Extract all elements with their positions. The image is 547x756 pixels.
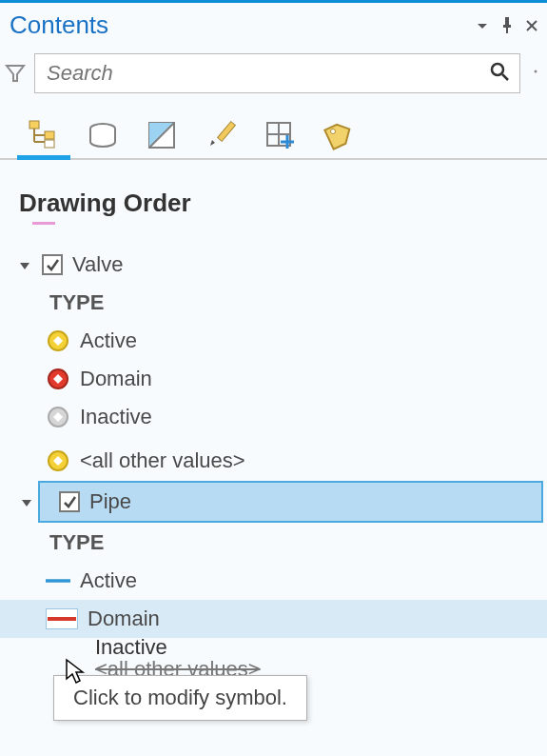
svg-marker-21 xyxy=(210,140,215,146)
point-symbol-yellow-icon[interactable] xyxy=(46,328,70,353)
view-tabs xyxy=(0,109,547,160)
list-by-selection-tab[interactable] xyxy=(139,112,185,158)
class-label: Domain xyxy=(88,607,539,631)
layer-visibility-checkbox[interactable] xyxy=(42,254,63,275)
svg-marker-34 xyxy=(22,500,31,507)
section-heading: Drawing Order xyxy=(0,160,547,222)
svg-line-8 xyxy=(502,74,508,80)
tooltip: Click to modify symbol. xyxy=(53,675,307,721)
symbol-class-inactive[interactable]: I‌‌‌n‌a‌c‌t‌i‌v‌e xyxy=(0,638,547,657)
class-label: Domain xyxy=(80,367,539,391)
search-box[interactable] xyxy=(34,53,520,93)
search-input[interactable] xyxy=(45,60,489,87)
symbology-field-heading[interactable]: TYPE xyxy=(0,524,547,562)
svg-rect-3 xyxy=(506,28,508,33)
symbol-class-active[interactable]: Active xyxy=(0,322,547,360)
layer-tree: Valve TYPE Active Domain Inactive xyxy=(0,246,547,682)
panel-options-button[interactable] xyxy=(473,16,492,35)
panel-titlebar: Contents xyxy=(0,3,547,53)
svg-rect-24 xyxy=(267,134,279,146)
svg-point-28 xyxy=(331,129,336,134)
line-symbol-blue-icon[interactable] xyxy=(46,568,70,593)
symbology-field-heading[interactable]: TYPE xyxy=(0,284,547,322)
point-symbol-red-icon[interactable] xyxy=(46,367,70,391)
filter-icon[interactable] xyxy=(4,62,27,85)
symbol-class-other[interactable]: <all other values> xyxy=(0,442,547,480)
drawing-order-tab[interactable] xyxy=(21,112,67,158)
symbol-class-active[interactable]: Active xyxy=(0,562,547,600)
search-dropdown-button[interactable] xyxy=(528,64,543,83)
class-label: <all other values> xyxy=(80,448,539,473)
layer-item-valve[interactable]: Valve xyxy=(0,246,547,284)
svg-rect-10 xyxy=(29,121,39,129)
point-symbol-yellow-icon[interactable] xyxy=(46,448,70,473)
svg-rect-20 xyxy=(218,122,236,142)
svg-rect-1 xyxy=(505,17,509,25)
svg-rect-2 xyxy=(503,25,511,28)
list-by-snapping-tab[interactable] xyxy=(257,112,303,158)
svg-marker-29 xyxy=(20,263,29,269)
list-by-labeling-tab[interactable] xyxy=(316,112,361,158)
expand-toggle[interactable] xyxy=(19,252,32,277)
svg-point-9 xyxy=(535,70,537,73)
svg-rect-23 xyxy=(279,123,290,134)
panel-title: Contents xyxy=(10,10,108,40)
svg-rect-15 xyxy=(45,140,54,148)
line-symbol-red-icon[interactable] xyxy=(46,608,78,629)
class-label: Inactive xyxy=(80,405,539,429)
layer-label: Valve xyxy=(72,252,539,277)
symbol-class-inactive[interactable]: Inactive xyxy=(0,398,547,436)
svg-rect-13 xyxy=(45,131,54,139)
symbol-class-domain[interactable]: Domain xyxy=(0,360,547,398)
svg-point-7 xyxy=(492,64,503,75)
list-by-editing-tab[interactable] xyxy=(198,112,244,158)
class-label: Active xyxy=(80,568,539,593)
expand-toggle[interactable] xyxy=(21,489,34,514)
layer-item-pipe[interactable]: Pipe xyxy=(38,481,543,523)
layer-label: Pipe xyxy=(89,489,534,514)
search-icon[interactable] xyxy=(489,61,510,86)
layer-visibility-checkbox[interactable] xyxy=(59,491,80,512)
point-symbol-grey-icon[interactable] xyxy=(46,405,70,429)
close-button[interactable] xyxy=(522,16,541,35)
svg-marker-6 xyxy=(7,66,24,81)
class-label: I‌‌‌n‌a‌c‌t‌i‌v‌e xyxy=(95,638,539,657)
class-label: Active xyxy=(80,328,539,353)
pin-button[interactable] xyxy=(498,16,517,35)
list-by-source-tab[interactable] xyxy=(80,112,126,158)
map-frame-indicator xyxy=(32,222,55,225)
symbol-class-domain[interactable]: Domain xyxy=(0,600,547,638)
svg-marker-0 xyxy=(478,24,487,29)
svg-rect-22 xyxy=(267,123,279,134)
